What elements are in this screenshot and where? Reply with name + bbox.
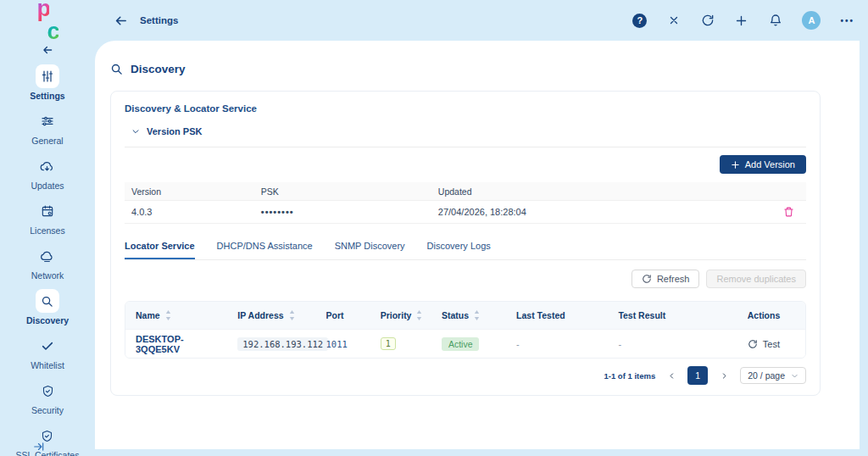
check-icon bbox=[36, 334, 59, 358]
pagination-summary: 1-1 of 1 items bbox=[604, 371, 655, 381]
refresh-icon bbox=[642, 274, 652, 284]
ip-address-value: 192.168.193.112 bbox=[237, 337, 328, 351]
bell-icon[interactable] bbox=[768, 14, 782, 28]
remove-duplicates-button[interactable]: Remove duplicates bbox=[706, 270, 806, 288]
chevron-down-icon bbox=[131, 127, 140, 136]
version-table-row: 4.0.3 •••••••• 27/04/2026, 18:28:04 bbox=[125, 201, 806, 224]
cloud-icon bbox=[36, 244, 59, 268]
sort-icon bbox=[289, 310, 295, 320]
calendar-icon bbox=[36, 199, 59, 223]
updated-value: 27/04/2026, 18:28:04 bbox=[438, 207, 759, 217]
search-icon bbox=[36, 289, 59, 313]
tab-snmp-discovery[interactable]: SNMP Discovery bbox=[335, 241, 405, 259]
table-row: DESKTOP-3QQE5KV 192.168.193.112 1011 1 A… bbox=[125, 329, 805, 358]
test-button[interactable]: Test bbox=[748, 339, 780, 349]
updated-col-header: Updated bbox=[438, 186, 759, 197]
tab-discovery-logs[interactable]: Discovery Logs bbox=[427, 241, 491, 259]
sliders-vertical-icon bbox=[36, 64, 59, 88]
version-value: 4.0.3 bbox=[125, 207, 261, 217]
actions-col-header: Actions bbox=[737, 310, 805, 320]
status-col-header[interactable]: Status bbox=[431, 310, 506, 320]
divider bbox=[125, 147, 806, 147]
ip-col-header[interactable]: IP Address bbox=[227, 310, 315, 320]
next-page-icon[interactable] bbox=[716, 368, 732, 383]
test-result-col-header: Test Result bbox=[608, 310, 737, 320]
tab-locator-service[interactable]: Locator Service bbox=[125, 241, 195, 259]
previous-page-icon[interactable] bbox=[664, 368, 679, 383]
version-psk-section-toggle[interactable]: Version PSK bbox=[131, 126, 806, 136]
add-version-button[interactable]: Add Version bbox=[720, 155, 806, 174]
refresh-icon bbox=[748, 339, 758, 349]
page-number-button[interactable]: 1 bbox=[687, 366, 708, 385]
sort-icon bbox=[416, 310, 422, 320]
test-result-value: - bbox=[608, 339, 737, 349]
help-icon[interactable]: ? bbox=[632, 14, 647, 28]
search-icon bbox=[110, 63, 123, 75]
page-size-select[interactable]: 20 / page bbox=[740, 367, 806, 384]
card-title: Discovery & Locator Service bbox=[125, 103, 806, 114]
ellipsis-icon[interactable]: ••• bbox=[840, 16, 854, 25]
port-col-header: Port bbox=[316, 310, 370, 320]
sort-icon bbox=[474, 310, 480, 320]
plus-icon[interactable] bbox=[734, 14, 748, 28]
psk-value: •••••••• bbox=[261, 207, 438, 217]
status-badge: Active bbox=[442, 337, 480, 351]
sort-icon bbox=[165, 310, 171, 320]
last-tested-value: - bbox=[506, 339, 608, 349]
x-icon[interactable] bbox=[666, 14, 681, 28]
app-logo[interactable]: pc bbox=[0, 0, 95, 43]
delete-version-button[interactable] bbox=[783, 206, 794, 218]
tab-dhcp-dns-assistance[interactable]: DHCP/DNS Assistance bbox=[217, 241, 313, 259]
version-table: Version PSK Updated 4.0.3 •••••••• 27/04… bbox=[125, 182, 806, 224]
topbar: pc Settings ? A ••• bbox=[0, 0, 868, 41]
locator-service-table: Name IP Address Port Priority bbox=[125, 301, 806, 359]
chevron-down-icon bbox=[791, 372, 798, 380]
refresh-icon[interactable] bbox=[700, 14, 715, 28]
refresh-button[interactable]: Refresh bbox=[632, 270, 700, 288]
sidebar-collapse-icon[interactable] bbox=[41, 44, 54, 56]
priority-col-header[interactable]: Priority bbox=[370, 310, 431, 320]
back-arrow-icon[interactable] bbox=[114, 14, 128, 28]
version-col-header: Version bbox=[125, 186, 261, 197]
sidebar-item-licenses[interactable]: Licenses bbox=[30, 199, 64, 236]
sidebar-item-discovery[interactable]: Discovery bbox=[26, 289, 69, 325]
sidebar-item-general[interactable]: General bbox=[31, 109, 63, 146]
avatar[interactable]: A bbox=[802, 11, 821, 30]
name-col-header[interactable]: Name bbox=[125, 310, 227, 320]
sliders-horizontal-icon bbox=[36, 109, 59, 133]
sidebar-item-settings[interactable]: Settings bbox=[30, 64, 64, 101]
sidebar-item-security[interactable]: Security bbox=[31, 379, 64, 415]
sidebar: Settings General Updates Licenses Networ bbox=[0, 41, 95, 456]
sidebar-item-network[interactable]: Network bbox=[31, 244, 64, 281]
device-name[interactable]: DESKTOP-3QQE5KV bbox=[125, 334, 227, 354]
discovery-tabs: Locator Service DHCP/DNS Assistance SNMP… bbox=[125, 241, 806, 260]
sidebar-expand-icon[interactable] bbox=[32, 441, 46, 453]
sidebar-item-ssl-certificates[interactable]: SSL Certificates bbox=[16, 424, 80, 456]
topbar-title: Settings bbox=[140, 15, 178, 25]
plus-icon bbox=[731, 160, 740, 170]
page-title: Discovery bbox=[131, 63, 186, 75]
main-content: Discovery Discovery & Locator Service Ve… bbox=[95, 41, 860, 449]
pagination: 1-1 of 1 items 1 20 / page bbox=[125, 366, 806, 385]
trash-icon bbox=[783, 206, 794, 218]
last-tested-col-header: Last Tested bbox=[506, 310, 608, 320]
discovery-card: Discovery & Locator Service Version PSK … bbox=[110, 91, 821, 396]
cloud-download-icon bbox=[36, 154, 59, 178]
sidebar-item-whitelist[interactable]: Whitelist bbox=[31, 334, 64, 370]
sidebar-item-updates[interactable]: Updates bbox=[31, 154, 64, 191]
shield-check-icon bbox=[36, 379, 59, 403]
psk-col-header: PSK bbox=[261, 186, 438, 197]
port-value: 1011 bbox=[326, 339, 348, 349]
priority-badge: 1 bbox=[381, 337, 396, 350]
